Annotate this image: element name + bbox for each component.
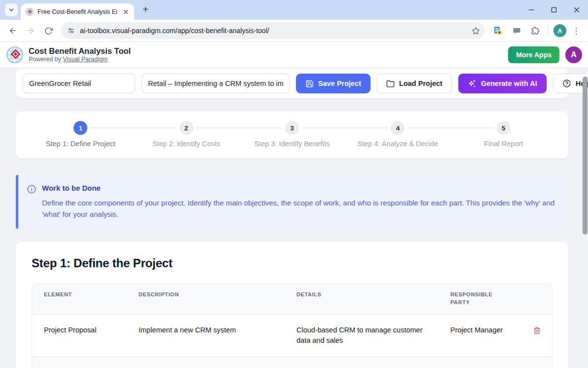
tab-title: Free Cost-Benefit Analysis Edito xyxy=(37,8,117,15)
site-info-icon[interactable] xyxy=(67,27,75,35)
column-header-actions xyxy=(520,284,552,314)
step-1-section: Step 1: Define the Project Element Descr… xyxy=(16,242,568,368)
sparkles-icon xyxy=(468,79,477,88)
reading-list-extension-icon[interactable] xyxy=(490,23,506,39)
bookmark-star-icon[interactable] xyxy=(472,27,480,35)
toolbar-divider xyxy=(548,26,549,36)
help-circle-icon xyxy=(562,79,571,88)
step-3-number: 3 xyxy=(285,121,299,135)
address-bar[interactable]: ai-toolbox.visual-paradigm.com/app/cost-… xyxy=(61,22,485,39)
folder-icon xyxy=(386,80,395,88)
window-controls xyxy=(520,0,588,20)
project-name-input[interactable] xyxy=(23,74,135,93)
tab-search-chevron-icon[interactable] xyxy=(5,3,18,16)
generate-with-ai-button[interactable]: Generate with AI xyxy=(458,74,547,93)
browser-titlebar: Free Cost-Benefit Analysis Edito + xyxy=(0,0,588,20)
step-2-identify-costs[interactable]: 2 Step 2: Identify Costs xyxy=(133,121,239,148)
window-maximize-button[interactable] xyxy=(543,0,565,20)
cell-description: Implement a new CRM system xyxy=(127,314,285,356)
app-header: Cost Benefit Analysis Tool Powered by Vi… xyxy=(0,42,588,68)
powered-by-text: Powered by xyxy=(29,56,63,63)
cell-description: Improve customer retention and sales xyxy=(127,356,285,368)
forward-icon[interactable] xyxy=(23,23,38,39)
app-title: Cost Benefit Analysis Tool xyxy=(29,46,131,56)
cell-actions xyxy=(520,356,552,368)
info-icon xyxy=(27,184,42,194)
save-project-label: Save Project xyxy=(318,80,361,87)
window-minimize-button[interactable] xyxy=(520,0,543,20)
project-toolbar: Save Project Load Project Generate with … xyxy=(16,69,568,98)
visual-paradigm-favicon xyxy=(26,8,34,16)
load-project-button[interactable]: Load Project xyxy=(377,74,452,93)
step-1-define-project[interactable]: 1 Step 1: Define Project xyxy=(28,121,133,148)
browser-toolbar-right: A ⋮ xyxy=(490,23,583,39)
work-to-be-done-callout: Work to be Done Define the core componen… xyxy=(16,175,568,229)
callout-body: Define the core components of your proje… xyxy=(42,198,557,220)
browser-toolbar: ai-toolbox.visual-paradigm.com/app/cost-… xyxy=(0,20,588,42)
step-5-label: Final Report xyxy=(484,140,523,148)
browser-profile-avatar[interactable]: A xyxy=(553,24,566,37)
step-5-number: 5 xyxy=(497,121,511,135)
step-2-label: Step 2: Identify Costs xyxy=(152,140,220,148)
generate-with-ai-label: Generate with AI xyxy=(481,80,537,87)
step-3-identify-benefits[interactable]: 3 Step 3: Identify Benefits xyxy=(239,121,345,148)
step-5-final-report[interactable]: 5 Final Report xyxy=(451,121,556,148)
section-heading: Step 1: Define the Project xyxy=(32,256,552,270)
tab-close-icon[interactable] xyxy=(121,7,130,16)
cell-responsible-party: Project Manager xyxy=(439,314,520,356)
wizard-stepper: 1 Step 1: Define Project 2 Step 2: Ident… xyxy=(16,111,568,159)
column-header-element: Element xyxy=(32,284,127,314)
cell-element: Project Proposal xyxy=(32,314,127,356)
cell-responsible-party: Sales and xyxy=(439,356,520,368)
reload-icon[interactable] xyxy=(40,23,56,39)
visual-paradigm-link[interactable]: Visual Paradigm xyxy=(63,56,108,63)
step-4-analyze-decide[interactable]: 4 Step 4: Analyze & Decide xyxy=(345,121,450,148)
cell-actions xyxy=(520,314,552,356)
extensions-puzzle-icon[interactable] xyxy=(527,23,543,39)
step-1-label: Step 1: Define Project xyxy=(46,140,115,148)
trash-icon xyxy=(533,327,541,334)
delete-row-button[interactable] xyxy=(531,325,542,336)
load-project-label: Load Project xyxy=(399,80,442,87)
project-elements-table: Element Description Details Responsible … xyxy=(32,283,552,368)
back-icon[interactable] xyxy=(5,23,21,39)
step-4-label: Step 4: Analyze & Decide xyxy=(358,140,439,148)
cell-element: Objective xyxy=(32,356,127,368)
callout-title: Work to be Done xyxy=(42,184,557,194)
column-header-details: Details xyxy=(285,284,439,314)
powered-by: Powered by Visual Paradigm xyxy=(29,56,131,63)
save-icon xyxy=(305,80,314,88)
user-avatar[interactable]: A xyxy=(565,46,582,63)
more-apps-button[interactable]: More Apps xyxy=(508,46,559,63)
app-header-right: More Apps A xyxy=(508,46,582,63)
step-4-number: 4 xyxy=(391,121,404,135)
browser-menu-icon[interactable]: ⋮ xyxy=(569,26,583,36)
new-tab-button[interactable]: + xyxy=(139,3,152,16)
save-project-button[interactable]: Save Project xyxy=(296,74,370,93)
column-header-responsible-party: Responsible Party xyxy=(439,284,520,314)
step-1-number: 1 xyxy=(74,121,87,135)
side-panel-icon[interactable] xyxy=(509,23,524,39)
project-description-input[interactable] xyxy=(142,74,290,93)
visual-paradigm-logo xyxy=(6,46,24,64)
page-content: Save Project Load Project Generate with … xyxy=(0,68,588,368)
window-close-button[interactable] xyxy=(565,0,588,20)
app-title-block: Cost Benefit Analysis Tool Powered by Vi… xyxy=(29,46,131,63)
step-2-number: 2 xyxy=(180,121,193,135)
cell-details: Increase retention by 15%, sales by xyxy=(285,356,439,368)
url-text[interactable]: ai-toolbox.visual-paradigm.com/app/cost-… xyxy=(80,27,467,35)
step-3-label: Step 3: Identify Benefits xyxy=(254,140,330,148)
browser-window: Free Cost-Benefit Analysis Edito + xyxy=(0,0,588,368)
browser-tab[interactable]: Free Cost-Benefit Analysis Edito xyxy=(21,3,134,20)
column-header-description: Description xyxy=(127,284,285,314)
cell-details: Cloud-based CRM to manage customer data … xyxy=(285,314,439,356)
page-scrollbar-thumb[interactable] xyxy=(583,77,588,235)
